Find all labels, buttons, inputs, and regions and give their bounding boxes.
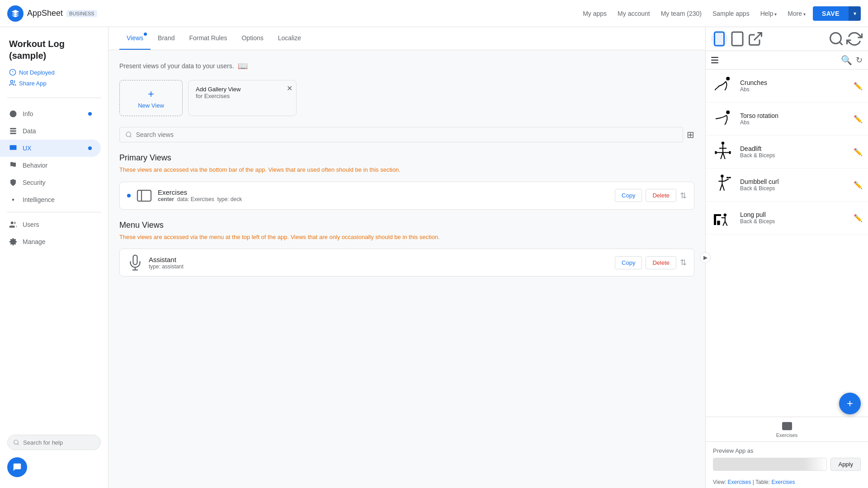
- help-search-input[interactable]: [23, 439, 95, 446]
- nav-my-apps[interactable]: My apps: [583, 10, 607, 17]
- gallery-close-button[interactable]: ✕: [287, 84, 292, 93]
- search-views-input[interactable]: [136, 131, 677, 138]
- nav-my-team[interactable]: My team (230): [661, 10, 702, 17]
- exercises-copy-button[interactable]: Copy: [615, 189, 642, 202]
- preview-refresh-button[interactable]: [846, 31, 863, 47]
- preview-header-refresh-icon[interactable]: ↻: [856, 55, 863, 65]
- sidebar-item-label: Manage: [23, 238, 46, 245]
- exercise-item-deadlift[interactable]: Deadlift Back & Biceps ✏️: [706, 136, 868, 169]
- sidebar-item-manage[interactable]: Manage: [0, 233, 101, 250]
- hamburger-icon[interactable]: [711, 57, 718, 63]
- preview-search-button[interactable]: [828, 31, 844, 47]
- torso-edit-icon[interactable]: ✏️: [854, 115, 863, 123]
- external-icon: [747, 31, 764, 47]
- preview-bottom-nav: Exercises: [706, 417, 868, 441]
- svg-point-14: [12, 199, 14, 201]
- deadlift-edit-icon[interactable]: ✏️: [854, 148, 863, 156]
- search-preview-icon: [828, 31, 844, 47]
- exercises-icon: [136, 188, 152, 204]
- exercises-name: Exercises: [158, 188, 609, 196]
- assistant-delete-button[interactable]: Delete: [646, 256, 676, 269]
- sidebar-item-label: Users: [23, 221, 39, 228]
- exercise-item-longpull[interactable]: Long pull Back & Biceps ✏️: [706, 202, 868, 235]
- exercises-actions: Copy Delete ⇅: [615, 189, 687, 202]
- plus-icon: +: [148, 88, 154, 100]
- nav-my-account[interactable]: My account: [618, 10, 650, 17]
- bottom-nav-exercises[interactable]: Exercises: [776, 421, 798, 438]
- tab-views[interactable]: Views: [119, 27, 151, 50]
- svg-line-29: [754, 33, 762, 41]
- share-app-badge[interactable]: Share App: [9, 80, 99, 87]
- torso-category: Abs: [740, 119, 848, 126]
- tab-localize[interactable]: Localize: [271, 27, 308, 50]
- grid-view-toggle[interactable]: ⊞: [687, 129, 694, 140]
- svg-point-34: [722, 142, 724, 145]
- apply-button[interactable]: Apply: [830, 458, 861, 471]
- assistant-reorder[interactable]: ⇅: [680, 258, 687, 267]
- type-label2: type:: [149, 263, 162, 270]
- preview-header-search-icon[interactable]: 🔍: [841, 55, 852, 66]
- nav-more[interactable]: More: [788, 10, 806, 17]
- sidebar-divider-top: [7, 98, 101, 98]
- new-view-card[interactable]: + New View: [119, 80, 183, 116]
- search-icon: [13, 439, 19, 446]
- sidebar-item-ux[interactable]: UX: [0, 140, 101, 157]
- refresh-icon: [846, 31, 863, 47]
- view-link[interactable]: Exercises: [727, 479, 751, 485]
- chat-button[interactable]: [7, 457, 27, 477]
- app-logo[interactable]: AppSheet BUSINESS: [7, 5, 97, 22]
- preview-phone: 🔍 ↻: [706, 51, 868, 441]
- mobile-device-button[interactable]: [711, 31, 727, 47]
- exercise-item-crunches[interactable]: Crunches Abs ✏️: [706, 70, 868, 103]
- top-navigation: AppSheet BUSINESS My apps My account My …: [0, 0, 868, 27]
- intelligence-icon: [9, 196, 17, 204]
- external-device-button[interactable]: [747, 31, 764, 47]
- sidebar-item-info[interactable]: Info: [0, 105, 101, 122]
- save-dropdown-button[interactable]: ▾: [849, 6, 861, 21]
- tab-format-rules[interactable]: Format Rules: [182, 27, 234, 50]
- nav-sample-apps[interactable]: Sample apps: [712, 10, 750, 17]
- svg-point-42: [721, 175, 723, 178]
- sidebar-item-label: Info: [23, 110, 33, 117]
- svg-line-45: [720, 184, 722, 190]
- collapse-arrow[interactable]: ▶: [700, 252, 711, 263]
- exercises-info: Exercises center data: Exercises type: d…: [158, 188, 609, 202]
- chat-icon: [12, 462, 22, 472]
- data-label: data:: [175, 196, 190, 202]
- save-button[interactable]: SAVE: [813, 6, 849, 21]
- nav-help[interactable]: Help: [760, 10, 777, 17]
- exercises-reorder[interactable]: ⇅: [680, 191, 687, 201]
- torso-name: Torso rotation: [740, 112, 848, 119]
- tablet-device-button[interactable]: [729, 31, 745, 47]
- data-icon: [9, 127, 17, 135]
- preview-user-input[interactable]: [713, 458, 827, 471]
- svg-point-32: [726, 77, 730, 80]
- not-deployed-badge[interactable]: Not Deployed: [9, 69, 99, 76]
- sidebar-item-data[interactable]: Data: [0, 122, 101, 140]
- tabs-bar: Views Brand Format Rules Options Localiz…: [108, 27, 705, 50]
- exercise-item-dumbbell[interactable]: Dumbbell curl Back & Biceps ✏️: [706, 169, 868, 202]
- svg-rect-21: [137, 190, 151, 201]
- search-views-wrap[interactable]: [119, 127, 683, 142]
- svg-rect-36: [715, 151, 717, 154]
- fab-add-button[interactable]: +: [839, 393, 861, 414]
- sidebar-item-intelligence[interactable]: Intelligence: [0, 191, 101, 208]
- sidebar-item-security[interactable]: Security: [0, 174, 101, 191]
- longpull-info: Long pull Back & Biceps: [740, 211, 848, 225]
- help-search[interactable]: [7, 435, 101, 450]
- center-label: center: [158, 196, 174, 202]
- assistant-copy-button[interactable]: Copy: [615, 256, 642, 269]
- exercises-delete-button[interactable]: Delete: [646, 189, 676, 202]
- dumbbell-edit-icon[interactable]: ✏️: [854, 181, 863, 189]
- sidebar-item-behavior[interactable]: Behavior: [0, 157, 101, 174]
- security-icon: [9, 178, 17, 187]
- tab-options[interactable]: Options: [234, 27, 270, 50]
- longpull-edit-icon[interactable]: ✏️: [854, 214, 863, 222]
- svg-rect-8: [10, 131, 16, 132]
- sidebar-item-users[interactable]: Users: [0, 216, 101, 233]
- table-link[interactable]: Exercises: [771, 479, 795, 485]
- crunches-edit-icon[interactable]: ✏️: [854, 82, 863, 90]
- exercises-meta: center data: Exercises type: deck: [158, 196, 609, 202]
- tab-brand[interactable]: Brand: [151, 27, 182, 50]
- exercise-item-torso[interactable]: Torso rotation Abs ✏️: [706, 103, 868, 136]
